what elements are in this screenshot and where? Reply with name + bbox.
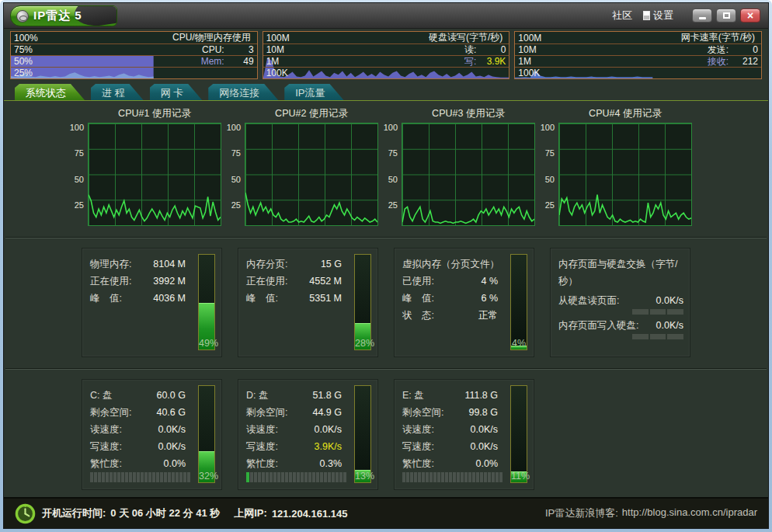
usage-vertical-bar: 4% [510, 254, 527, 350]
info-row: 正在使用:3992 M [90, 273, 186, 290]
swap-minibar [632, 309, 683, 315]
minimize-button[interactable] [692, 9, 712, 23]
info-label: 繁忙度: [90, 455, 122, 472]
disk-busy-bar [90, 472, 190, 482]
info-value: 44.9 G [312, 404, 342, 421]
busy-segment [492, 472, 495, 482]
busy-segment [168, 472, 171, 482]
minibar-segment [667, 334, 683, 339]
meter-line-value: 3 [228, 44, 254, 55]
cpu-chart-1: CPU#1 使用记录100755025 [69, 107, 221, 226]
top-meters-row: 100%CPU/物理内存使用75%CPU:350%Mem:4925% 100M硬… [10, 31, 762, 79]
tab-network-card[interactable]: 网 卡 [150, 84, 203, 100]
usage-bar-percent: 4% [511, 338, 527, 349]
meter-row: 1M接收:212 [515, 55, 761, 67]
y-axis-labels: 100755025 [226, 123, 245, 226]
info-value: 51.8 G [312, 387, 342, 404]
meter-row: 100M网卡速率(字节/秒) [515, 32, 761, 43]
maximize-button[interactable] [716, 9, 736, 23]
disk-busy-bar [246, 472, 346, 482]
busy-segment [172, 472, 175, 482]
cpu-chart-4: CPU#4 使用记录100755025 [540, 107, 692, 226]
info-row: 写速度:3.9K/s [246, 438, 342, 455]
cpu-chart-title: CPU#2 使用记录 [226, 107, 378, 120]
busy-segment [246, 472, 249, 482]
meter-title: 网卡速率(字节/秒) [681, 31, 755, 44]
busy-segment [164, 472, 167, 482]
y-axis-tick: 50 [231, 175, 241, 184]
settings-button[interactable]: 设置 [643, 9, 673, 23]
tab-processes[interactable]: 进 程 [91, 84, 144, 100]
disk-busy-bar [402, 472, 502, 482]
info-label: 状 态: [402, 307, 434, 324]
info-row: 内存页面写入硬盘:0.0K/s [558, 318, 683, 333]
maximize-icon [723, 12, 730, 19]
app-title: IP雷达 5 [33, 9, 82, 23]
busy-segment [464, 472, 468, 482]
cpu-chart-plot [402, 123, 535, 226]
panel-title: 虚拟内存（分页文件） [402, 256, 527, 273]
disk-d-panel: D: 盘51.8 G剩余空间:44.9 G读速度:0.0K/s写速度:3.9K/… [238, 379, 378, 490]
community-button[interactable]: 社区 [612, 9, 632, 23]
y-axis-labels: 100755025 [540, 123, 558, 226]
cpu-usage-graph [402, 123, 534, 225]
usage-bar-percent: 32% [199, 471, 214, 482]
busy-segment [433, 472, 436, 482]
info-label: 物理内存: [90, 256, 131, 273]
meter-row: 100M硬盘读写(字节/秒) [263, 32, 509, 43]
y-axis-labels: 100755025 [69, 123, 88, 226]
busy-segment [113, 472, 116, 482]
info-label: 内存分页: [246, 256, 287, 273]
y-axis-tick: 100 [227, 123, 241, 132]
busy-segment [480, 472, 483, 482]
y-axis-tick: 50 [75, 175, 84, 184]
busy-segment [266, 472, 269, 482]
info-value: 40.6 G [156, 404, 186, 421]
info-value: 0.0% [164, 455, 186, 472]
section-divider [5, 368, 767, 370]
tab-connections[interactable]: 网络连接 [208, 84, 278, 100]
blog-url[interactable]: http://blog.sina.com.cn/ipradar [622, 506, 757, 520]
section-divider [5, 237, 767, 238]
minibar-segment [667, 309, 683, 315]
info-label: 从硬盘读页面: [558, 293, 619, 308]
info-row: D: 盘51.8 G [246, 387, 342, 404]
busy-segment [304, 472, 308, 482]
info-label: 剩余空间: [90, 404, 131, 421]
meter-line-label: CPU: [202, 44, 224, 55]
y-axis-tick: 75 [388, 148, 398, 158]
physical-memory-panel: 物理内存:8104 M正在使用:3992 M峰 值:4036 M49% [82, 248, 222, 357]
disk-panels-row: C: 盘60.0 G剩余空间:40.6 G读速度:0.0K/s写速度:0.0K/… [82, 379, 768, 490]
tab-ip-traffic[interactable]: IP流量 [284, 84, 343, 100]
busy-segment [461, 472, 464, 482]
meter-scale-label: 100% [14, 33, 38, 43]
busy-segment [410, 472, 413, 482]
busy-segment [476, 472, 479, 482]
minibar-segment [650, 309, 666, 315]
uptime-clock-icon [15, 503, 36, 524]
busy-segment [273, 472, 276, 482]
info-label: C: 盘 [90, 387, 112, 404]
info-row: 从硬盘读页面:0.0K/s [558, 293, 683, 308]
busy-segment [406, 472, 409, 482]
busy-segment [293, 472, 296, 482]
info-label: 内存页面写入硬盘: [558, 318, 638, 333]
info-row: 已使用:4 % [402, 273, 498, 290]
busy-segment [94, 472, 97, 482]
meter-scale-label: 100K [266, 68, 288, 78]
usage-bar-percent: 28% [355, 338, 370, 349]
info-label: 繁忙度: [246, 455, 278, 472]
close-button[interactable]: × [740, 9, 760, 23]
meter-row: 25% [11, 67, 257, 78]
info-value: 60.0 G [156, 387, 186, 404]
busy-segment [328, 472, 331, 482]
busy-segment [262, 472, 265, 482]
tab-system-status[interactable]: 系统状态 [15, 84, 85, 100]
y-axis-labels: 100755025 [383, 123, 402, 226]
info-label: 正在使用: [90, 273, 131, 290]
info-label: D: 盘 [246, 387, 268, 404]
info-row: 剩余空间:44.9 G [246, 404, 342, 421]
busy-segment [453, 472, 456, 482]
busy-segment [133, 472, 136, 482]
busy-segment [339, 472, 343, 482]
